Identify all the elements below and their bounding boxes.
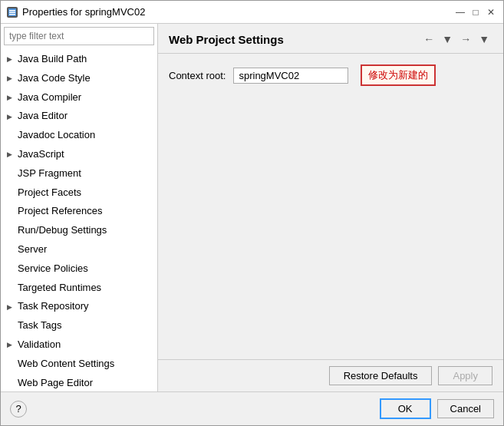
- svg-rect-1: [9, 10, 15, 12]
- tree-item-label-task-tags: Task Tags: [18, 318, 62, 334]
- tree-item-label-project-references: Project References: [18, 203, 103, 220]
- tree-item-label-project-facets: Project Facets: [18, 185, 81, 201]
- title-bar: Properties for springMVC02 — □ ✕: [1, 1, 503, 24]
- dialog-body: Java Build PathJava Code StyleJava Compi…: [1, 24, 503, 391]
- restore-defaults-button[interactable]: Restore Defaults: [329, 366, 433, 385]
- tree-item-jsp-fragment[interactable]: JSP Fragment: [1, 164, 157, 183]
- filter-input[interactable]: [4, 27, 154, 45]
- tree-item-task-repository[interactable]: Task Repository: [1, 297, 157, 316]
- tree-item-web-content-settings[interactable]: Web Content Settings: [1, 355, 157, 374]
- nav-dropdown-button[interactable]: ▼: [439, 31, 456, 47]
- tree-item-label-task-repository: Task Repository: [18, 299, 88, 315]
- tree-item-targeted-runtimes[interactable]: Targeted Runtimes: [1, 279, 157, 298]
- cancel-button[interactable]: Cancel: [437, 399, 494, 418]
- left-panel: Java Build PathJava Code StyleJava Compi…: [1, 24, 158, 391]
- tree-item-project-facets[interactable]: Project Facets: [1, 183, 157, 203]
- tree-item-validation[interactable]: Validation: [1, 335, 157, 355]
- dialog-footer: ? OK Cancel: [1, 391, 503, 425]
- tree-item-label-service-policies: Service Policies: [18, 261, 88, 277]
- tree-item-project-references[interactable]: Project References: [1, 202, 157, 221]
- tree-item-task-tags[interactable]: Task Tags: [1, 316, 157, 335]
- properties-dialog: Properties for springMVC02 — □ ✕ Java Bu…: [0, 0, 504, 426]
- tree-item-label-javadoc-location: Javadoc Location: [18, 127, 95, 144]
- tree-item-label-validation: Validation: [18, 337, 61, 353]
- minimize-button[interactable]: —: [454, 6, 466, 18]
- help-button[interactable]: ?: [10, 401, 27, 418]
- tree-item-label-javascript: JavaScript: [18, 147, 64, 163]
- right-panel: Web Project Settings ← ▼ → ▼ Context roo…: [158, 24, 503, 391]
- maximize-button[interactable]: □: [469, 6, 482, 18]
- tree-item-label-web-page-editor: Web Page Editor: [18, 375, 93, 391]
- tree-item-java-editor[interactable]: Java Editor: [1, 107, 157, 126]
- tree-item-server[interactable]: Server: [1, 240, 157, 259]
- right-content: Context root: 修改为新建的: [158, 54, 503, 359]
- tree-item-service-policies[interactable]: Service Policies: [1, 259, 157, 279]
- nav-forward-dropdown-button[interactable]: ▼: [476, 31, 492, 47]
- tree-item-label-java-build-path: Java Build Path: [18, 51, 87, 68]
- title-bar-controls: — □ ✕: [454, 6, 497, 18]
- right-panel-title: Web Project Settings: [169, 33, 284, 46]
- context-root-row: Context root: 修改为新建的: [169, 64, 492, 86]
- right-footer: Restore Defaults Apply: [158, 359, 503, 391]
- tree-item-javascript[interactable]: JavaScript: [1, 145, 157, 164]
- tree-item-label-web-content-settings: Web Content Settings: [18, 356, 114, 372]
- tree-item-java-code-style[interactable]: Java Code Style: [1, 69, 157, 88]
- svg-rect-3: [9, 14, 15, 15]
- tree-item-label-run-debug-settings: Run/Debug Settings: [18, 223, 107, 239]
- tree-item-label-server: Server: [18, 242, 47, 258]
- ok-button[interactable]: OK: [380, 398, 431, 419]
- tree-item-label-jsp-fragment: JSP Fragment: [18, 166, 81, 182]
- tree-item-label-targeted-runtimes: Targeted Runtimes: [18, 280, 101, 296]
- context-root-input[interactable]: [233, 68, 348, 84]
- tree-item-label-java-code-style: Java Code Style: [18, 71, 91, 87]
- annotation-box: 修改为新建的: [361, 64, 436, 86]
- right-header: Web Project Settings ← ▼ → ▼: [158, 24, 503, 54]
- apply-button[interactable]: Apply: [438, 366, 492, 385]
- dialog-title: Properties for springMVC02: [22, 6, 145, 18]
- tree-item-javadoc-location[interactable]: Javadoc Location: [1, 126, 157, 145]
- close-button[interactable]: ✕: [485, 6, 497, 18]
- dialog-icon: [7, 7, 18, 18]
- context-root-label: Context root:: [169, 70, 226, 81]
- tree-item-run-debug-settings[interactable]: Run/Debug Settings: [1, 221, 157, 240]
- tree-item-java-compiler[interactable]: Java Compiler: [1, 88, 157, 107]
- footer-left: ?: [10, 401, 374, 418]
- tree-item-label-java-compiler: Java Compiler: [18, 90, 81, 106]
- tree-item-java-build-path[interactable]: Java Build Path: [1, 50, 157, 69]
- title-bar-left: Properties for springMVC02: [7, 6, 145, 18]
- nav-back-button[interactable]: ←: [420, 31, 437, 47]
- tree-list: Java Build PathJava Code StyleJava Compi…: [1, 48, 157, 391]
- svg-rect-2: [9, 12, 15, 13]
- tree-item-web-page-editor[interactable]: Web Page Editor: [1, 374, 157, 391]
- tree-item-label-java-editor: Java Editor: [18, 108, 68, 124]
- nav-forward-button[interactable]: →: [457, 31, 474, 47]
- nav-buttons: ← ▼ → ▼: [420, 31, 492, 47]
